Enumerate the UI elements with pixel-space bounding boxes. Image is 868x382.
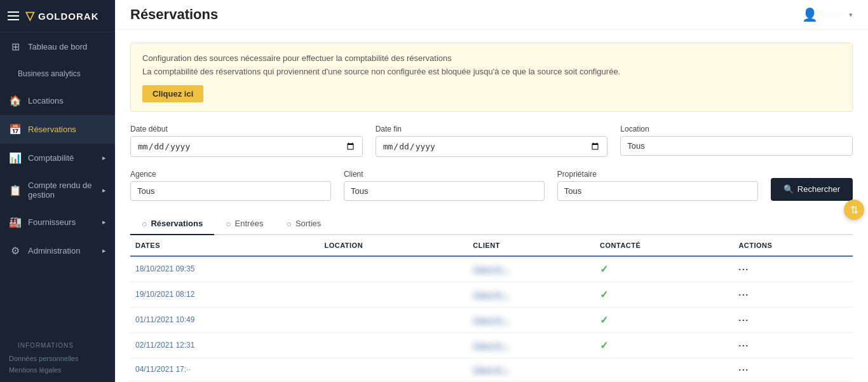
mentions-legales-link[interactable]: Mentions légales (9, 364, 106, 376)
table-head: DATES LOCATION CLIENT CONTACTÉ ACTIONS (130, 235, 853, 256)
date-fin-input[interactable] (376, 136, 608, 157)
table-body: 18/10/2021 09:35 ··· ··· ··· Client N°··… (130, 256, 853, 381)
client-label: Client (344, 170, 545, 179)
locations-icon: 🏠 (9, 95, 22, 107)
proprietaire-label: Propriétaire (557, 170, 758, 179)
client-link[interactable]: Client N°··· (473, 365, 509, 374)
sidebar-item-label: Tableau de bord (28, 42, 106, 51)
topbar-right: 👤 ··· ··· ··· ▾ (802, 7, 853, 22)
client-link[interactable]: Client N°··· (473, 265, 509, 274)
tab-sorties[interactable]: ○ Sorties (275, 214, 332, 235)
page-title: Réservations (130, 6, 218, 23)
sidebar-item-label: Compte rendu de gestion (28, 181, 96, 200)
client-group: Client (344, 170, 545, 201)
client-link[interactable]: Client N°··· (473, 316, 509, 325)
client-link[interactable]: Client N°··· (473, 341, 509, 350)
user-menu[interactable]: 👤 ··· ··· ··· ▾ (802, 7, 853, 22)
chevron-right-icon: ▸ (102, 247, 106, 255)
sidebar-item-business[interactable]: Business analytics (0, 61, 115, 86)
date-cell: 01/11/2021 10:49 (130, 307, 319, 332)
sidebar-item-label: Administration (28, 246, 96, 256)
col-contacte[interactable]: CONTACTÉ (595, 235, 733, 256)
date-debut-input[interactable] (130, 136, 363, 157)
date-fin-group: Date fin (376, 125, 608, 157)
date-cell: 02/11/2021 12:31 (130, 332, 319, 358)
proprietaire-input[interactable] (557, 181, 758, 201)
logo: ▽ GOLDORAK (25, 9, 99, 23)
sidebar-item-compte-rendu[interactable]: 📋 Compte rendu de gestion ▸ (0, 172, 115, 208)
actions-cell[interactable]: ··· (733, 332, 853, 358)
chevron-right-icon: ▸ (102, 186, 106, 194)
date-cell: 19/10/2021 08:12 (130, 282, 319, 307)
client-input[interactable] (344, 181, 545, 201)
actions-cell[interactable]: ··· (733, 282, 853, 307)
table-row: 04/11/2021 17:·· ··· ··· ··· Client N°··… (130, 358, 853, 381)
sidebar-item-label: Fournisseurs (28, 217, 96, 227)
content-area: Configuration des sources nécessaire pou… (115, 30, 868, 382)
tab-entrees[interactable]: ○ Entrées (214, 214, 275, 235)
contacted-check-icon: ✓ (600, 315, 608, 325)
sidebar-item-label: Comptabilité (28, 153, 96, 163)
col-dates[interactable]: DATES (130, 235, 319, 256)
table-row: 01/11/2021 10:49 ·· · ··· ·· ·· ··· ·· C… (130, 307, 853, 332)
location-group: Location (620, 125, 853, 157)
col-location[interactable]: LOCATION (319, 235, 468, 256)
user-avatar-icon: 👤 (802, 7, 818, 22)
search-button[interactable]: 🔍 Rechercher (771, 178, 853, 201)
sidebar-item-comptabilite[interactable]: 📊 Comptabilité ▸ (0, 144, 115, 172)
col-client[interactable]: CLIENT (468, 235, 595, 256)
alert-banner: Configuration des sources nécessaire pou… (130, 43, 853, 112)
sidebar: ▽ GOLDORAK ⊞ Tableau de bord Business an… (0, 0, 115, 382)
table-row: 18/10/2021 09:35 ··· ··· ··· Client N°··… (130, 256, 853, 282)
sidebar-item-tableau[interactable]: ⊞ Tableau de bord (0, 32, 115, 61)
proprietaire-group: Propriétaire (557, 170, 758, 201)
actions-cell[interactable]: ··· (733, 358, 853, 381)
alert-line1: Configuration des sources nécessaire pou… (142, 52, 841, 65)
contacted-check-icon: ✓ (600, 264, 608, 275)
location-label: Location (620, 125, 853, 133)
location-cell: ··· ··· ··· (319, 256, 468, 282)
chevron-right-icon: ▸ (102, 154, 106, 162)
alert-cta-button[interactable]: Cliquez ici (142, 85, 203, 102)
tab-reservations[interactable]: ○ Réservations (130, 214, 214, 235)
search-icon: 🔍 (783, 184, 794, 194)
contacted-check-icon: ✓ (600, 340, 608, 351)
tab-reservations-icon: ○ (142, 219, 147, 229)
client-link[interactable]: Client N°··· (473, 290, 509, 299)
tab-reservations-label: Réservations (151, 219, 203, 228)
sidebar-item-label: Business analytics (18, 69, 106, 78)
topbar: Réservations 👤 ··· ··· ··· ▾ (115, 0, 868, 30)
alert-line2: La comptabilité des réservations qui pro… (142, 65, 841, 79)
sidebar-item-fournisseurs[interactable]: 🏭 Fournisseurs ▸ (0, 208, 115, 236)
sidebar-item-administration[interactable]: ⚙ Administration ▸ (0, 236, 115, 265)
date-cell: 04/11/2021 17:·· (130, 358, 319, 381)
location-cell: ·· · ··· ·· ·· ··· ·· (319, 307, 468, 332)
sidebar-item-reservations[interactable]: 📅 Réservations (0, 115, 115, 144)
tab-sorties-icon: ○ (286, 219, 291, 229)
scroll-indicator-button[interactable]: ⇅ (844, 200, 864, 220)
agence-input[interactable] (130, 181, 331, 201)
info-section-label: INFORMATIONS (9, 329, 106, 353)
agence-label: Agence (130, 170, 331, 179)
actions-cell[interactable]: ··· (733, 307, 853, 332)
date-debut-label: Date début (130, 125, 363, 133)
location-cell: ··· ··· ··· (319, 358, 468, 381)
scroll-arrows-icon: ⇅ (850, 204, 858, 216)
location-input[interactable] (620, 136, 853, 156)
sidebar-nav: ⊞ Tableau de bord Business analytics 🏠 L… (0, 32, 115, 323)
tabs-container: ○ Réservations ○ Entrées ○ Sorties (130, 214, 853, 235)
table-row: 19/10/2021 08:12 ··· ·· ···· ··· ··· Cli… (130, 282, 853, 307)
hamburger-menu[interactable] (8, 11, 19, 20)
col-actions: ACTIONS (733, 235, 853, 256)
tab-entrees-label: Entrées (235, 219, 264, 228)
search-button-label: Rechercher (797, 184, 840, 194)
sidebar-item-label: Réservations (28, 125, 106, 134)
tab-sorties-label: Sorties (295, 219, 321, 228)
sidebar-item-label: Locations (28, 96, 106, 106)
sidebar-item-locations[interactable]: 🏠 Locations (0, 86, 115, 115)
administration-icon: ⚙ (9, 245, 22, 257)
actions-cell[interactable]: ··· (733, 256, 853, 282)
contacted-check-icon: ✓ (600, 289, 608, 300)
reservations-icon: 📅 (9, 123, 22, 135)
donnees-personnelles-link[interactable]: Données personnelles (9, 353, 106, 364)
